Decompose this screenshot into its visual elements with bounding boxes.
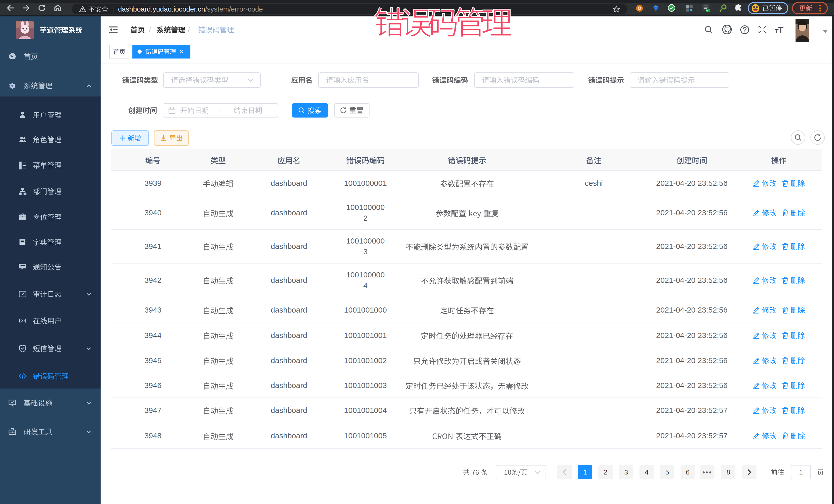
svg-text:on: on	[706, 9, 709, 12]
